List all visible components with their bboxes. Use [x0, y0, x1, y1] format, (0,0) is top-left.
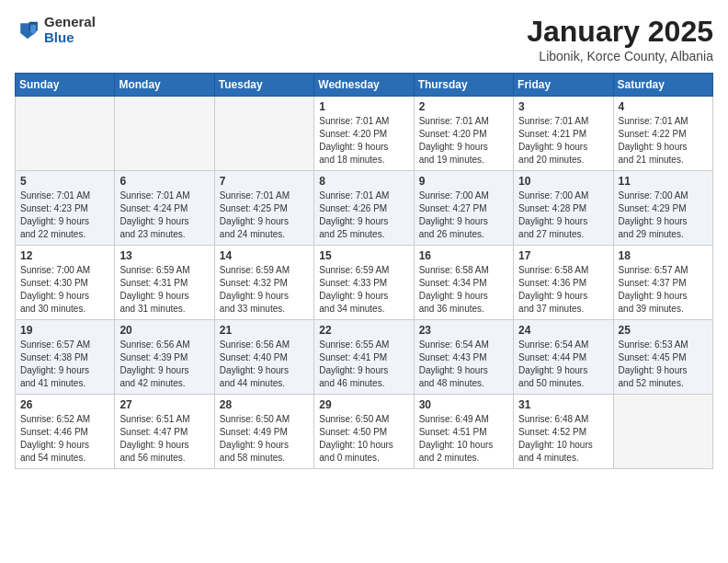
day-info: Sunrise: 6:48 AM Sunset: 4:52 PM Dayligh…	[518, 413, 608, 465]
day-number: 17	[518, 249, 608, 262]
calendar-cell: 22Sunrise: 6:55 AM Sunset: 4:41 PM Dayli…	[314, 320, 414, 395]
day-number: 4	[619, 100, 708, 113]
day-info: Sunrise: 6:51 AM Sunset: 4:47 PM Dayligh…	[119, 413, 209, 465]
weekday-header-sunday: Sunday	[16, 74, 115, 97]
calendar-cell: 26Sunrise: 6:52 AM Sunset: 4:46 PM Dayli…	[16, 395, 115, 469]
week-row-3: 12Sunrise: 7:00 AM Sunset: 4:30 PM Dayli…	[16, 246, 713, 320]
day-info: Sunrise: 6:57 AM Sunset: 4:37 PM Dayligh…	[619, 264, 708, 316]
day-number: 28	[220, 398, 309, 411]
day-number: 20	[119, 324, 209, 337]
calendar-cell: 1Sunrise: 7:01 AM Sunset: 4:20 PM Daylig…	[314, 97, 414, 171]
day-info: Sunrise: 7:01 AM Sunset: 4:20 PM Dayligh…	[319, 115, 408, 167]
calendar-cell: 25Sunrise: 6:53 AM Sunset: 4:45 PM Dayli…	[613, 320, 712, 395]
weekday-header-monday: Monday	[115, 74, 214, 97]
day-number: 29	[319, 398, 408, 411]
week-row-2: 5Sunrise: 7:01 AM Sunset: 4:23 PM Daylig…	[16, 171, 713, 246]
day-number: 16	[419, 249, 508, 262]
day-info: Sunrise: 6:54 AM Sunset: 4:44 PM Dayligh…	[518, 339, 608, 390]
weekday-header-tuesday: Tuesday	[214, 74, 313, 97]
day-info: Sunrise: 7:00 AM Sunset: 4:27 PM Dayligh…	[419, 190, 508, 241]
day-info: Sunrise: 6:59 AM Sunset: 4:33 PM Dayligh…	[319, 264, 408, 316]
day-info: Sunrise: 6:57 AM Sunset: 4:38 PM Dayligh…	[20, 339, 109, 390]
day-number: 7	[220, 175, 309, 188]
day-number: 27	[119, 398, 209, 411]
day-number: 23	[419, 324, 508, 337]
page-header: General Blue January 2025 Libonik, Korce…	[15, 15, 713, 63]
calendar-cell: 10Sunrise: 7:00 AM Sunset: 4:28 PM Dayli…	[514, 171, 613, 246]
day-number: 18	[619, 249, 708, 262]
calendar-cell: 27Sunrise: 6:51 AM Sunset: 4:47 PM Dayli…	[115, 395, 214, 469]
weekday-header-saturday: Saturday	[613, 74, 712, 97]
calendar-cell: 19Sunrise: 6:57 AM Sunset: 4:38 PM Dayli…	[16, 320, 115, 395]
day-info: Sunrise: 7:01 AM Sunset: 4:23 PM Dayligh…	[20, 190, 109, 241]
day-info: Sunrise: 7:01 AM Sunset: 4:22 PM Dayligh…	[619, 115, 708, 167]
calendar-cell: 29Sunrise: 6:50 AM Sunset: 4:50 PM Dayli…	[314, 395, 414, 469]
day-info: Sunrise: 7:00 AM Sunset: 4:30 PM Dayligh…	[20, 264, 109, 316]
calendar-cell: 31Sunrise: 6:48 AM Sunset: 4:52 PM Dayli…	[514, 395, 613, 469]
day-info: Sunrise: 6:49 AM Sunset: 4:51 PM Dayligh…	[419, 413, 508, 465]
week-row-1: 1Sunrise: 7:01 AM Sunset: 4:20 PM Daylig…	[16, 97, 713, 171]
logo-text: General Blue	[44, 15, 96, 45]
calendar-cell: 7Sunrise: 7:01 AM Sunset: 4:25 PM Daylig…	[214, 171, 313, 246]
logo: General Blue	[15, 15, 96, 45]
calendar-cell	[115, 97, 214, 171]
day-number: 22	[319, 324, 408, 337]
calendar-cell	[214, 97, 313, 171]
day-number: 13	[119, 249, 209, 262]
weekday-header-wednesday: Wednesday	[314, 74, 414, 97]
calendar-cell: 14Sunrise: 6:59 AM Sunset: 4:32 PM Dayli…	[214, 246, 313, 320]
day-number: 30	[419, 398, 508, 411]
calendar-cell: 18Sunrise: 6:57 AM Sunset: 4:37 PM Dayli…	[613, 246, 712, 320]
day-info: Sunrise: 6:50 AM Sunset: 4:49 PM Dayligh…	[220, 413, 309, 465]
calendar-cell	[16, 97, 115, 171]
day-info: Sunrise: 7:01 AM Sunset: 4:20 PM Dayligh…	[419, 115, 508, 167]
day-number: 15	[319, 249, 408, 262]
title-block: January 2025 Libonik, Korce County, Alba…	[527, 15, 713, 63]
day-info: Sunrise: 6:54 AM Sunset: 4:43 PM Dayligh…	[419, 339, 508, 390]
calendar-cell: 24Sunrise: 6:54 AM Sunset: 4:44 PM Dayli…	[514, 320, 613, 395]
calendar-cell: 6Sunrise: 7:01 AM Sunset: 4:24 PM Daylig…	[115, 171, 214, 246]
day-info: Sunrise: 6:50 AM Sunset: 4:50 PM Dayligh…	[319, 413, 408, 465]
week-row-5: 26Sunrise: 6:52 AM Sunset: 4:46 PM Dayli…	[16, 395, 713, 469]
weekday-header-friday: Friday	[514, 74, 613, 97]
calendar-cell: 4Sunrise: 7:01 AM Sunset: 4:22 PM Daylig…	[613, 97, 712, 171]
calendar-cell: 20Sunrise: 6:56 AM Sunset: 4:39 PM Dayli…	[115, 320, 214, 395]
day-info: Sunrise: 7:00 AM Sunset: 4:29 PM Dayligh…	[619, 190, 708, 241]
day-info: Sunrise: 7:01 AM Sunset: 4:25 PM Dayligh…	[220, 190, 309, 241]
calendar-subtitle: Libonik, Korce County, Albania	[527, 49, 713, 63]
calendar-cell: 15Sunrise: 6:59 AM Sunset: 4:33 PM Dayli…	[314, 246, 414, 320]
calendar-cell: 9Sunrise: 7:00 AM Sunset: 4:27 PM Daylig…	[414, 171, 513, 246]
day-number: 2	[419, 100, 508, 113]
calendar-cell: 16Sunrise: 6:58 AM Sunset: 4:34 PM Dayli…	[414, 246, 513, 320]
day-info: Sunrise: 6:56 AM Sunset: 4:40 PM Dayligh…	[220, 339, 309, 390]
calendar-cell: 5Sunrise: 7:01 AM Sunset: 4:23 PM Daylig…	[16, 171, 115, 246]
day-info: Sunrise: 6:59 AM Sunset: 4:31 PM Dayligh…	[119, 264, 209, 316]
day-number: 8	[319, 175, 408, 188]
calendar-cell: 2Sunrise: 7:01 AM Sunset: 4:20 PM Daylig…	[414, 97, 513, 171]
calendar-cell: 13Sunrise: 6:59 AM Sunset: 4:31 PM Dayli…	[115, 246, 214, 320]
day-number: 12	[20, 249, 109, 262]
day-number: 14	[220, 249, 309, 262]
day-info: Sunrise: 6:58 AM Sunset: 4:36 PM Dayligh…	[518, 264, 608, 316]
day-number: 26	[20, 398, 109, 411]
week-row-4: 19Sunrise: 6:57 AM Sunset: 4:38 PM Dayli…	[16, 320, 713, 395]
weekday-header-row: SundayMondayTuesdayWednesdayThursdayFrid…	[16, 74, 713, 97]
calendar-table: SundayMondayTuesdayWednesdayThursdayFrid…	[15, 73, 713, 469]
day-number: 11	[619, 175, 708, 188]
day-info: Sunrise: 7:01 AM Sunset: 4:24 PM Dayligh…	[119, 190, 209, 241]
calendar-cell: 30Sunrise: 6:49 AM Sunset: 4:51 PM Dayli…	[414, 395, 513, 469]
day-number: 19	[20, 324, 109, 337]
day-number: 1	[319, 100, 408, 113]
day-info: Sunrise: 7:01 AM Sunset: 4:26 PM Dayligh…	[319, 190, 408, 241]
day-number: 25	[619, 324, 708, 337]
day-info: Sunrise: 7:01 AM Sunset: 4:21 PM Dayligh…	[518, 115, 608, 167]
calendar-title: January 2025	[527, 15, 713, 49]
calendar-cell: 17Sunrise: 6:58 AM Sunset: 4:36 PM Dayli…	[514, 246, 613, 320]
day-info: Sunrise: 6:52 AM Sunset: 4:46 PM Dayligh…	[20, 413, 109, 465]
calendar-cell: 8Sunrise: 7:01 AM Sunset: 4:26 PM Daylig…	[314, 171, 414, 246]
day-info: Sunrise: 6:55 AM Sunset: 4:41 PM Dayligh…	[319, 339, 408, 390]
day-info: Sunrise: 6:56 AM Sunset: 4:39 PM Dayligh…	[119, 339, 209, 390]
day-number: 3	[518, 100, 608, 113]
day-number: 9	[419, 175, 508, 188]
day-info: Sunrise: 6:58 AM Sunset: 4:34 PM Dayligh…	[419, 264, 508, 316]
